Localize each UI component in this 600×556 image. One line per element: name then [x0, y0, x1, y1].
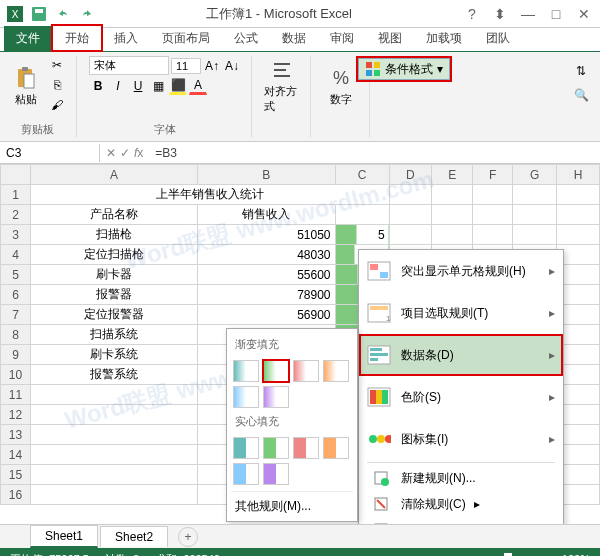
swatch-gradient-red[interactable] — [293, 360, 319, 382]
menu-clear-rules[interactable]: 清除规则(C) ▸ — [359, 491, 563, 517]
row-header[interactable]: 4 — [1, 245, 31, 265]
tab-home[interactable]: 开始 — [52, 25, 102, 51]
row-header[interactable]: 14 — [1, 445, 31, 465]
row-header[interactable]: 3 — [1, 225, 31, 245]
row-header[interactable]: 10 — [1, 365, 31, 385]
cell-value[interactable]: 55600 — [197, 265, 335, 285]
bold-button[interactable]: B — [89, 77, 107, 95]
excel-icon[interactable]: X — [4, 3, 26, 25]
name-box[interactable]: C3 — [0, 144, 100, 162]
menu-top-bottom[interactable]: 10 项目选取规则(T) ▸ — [359, 292, 563, 334]
tab-insert[interactable]: 插入 — [102, 26, 150, 51]
cut-icon[interactable]: ✂ — [48, 56, 66, 74]
tab-file[interactable]: 文件 — [4, 26, 52, 51]
increase-font-icon[interactable]: A↑ — [203, 57, 221, 75]
redo-icon[interactable] — [76, 3, 98, 25]
cell-name[interactable]: 报警器 — [31, 285, 198, 305]
cell[interactable] — [512, 205, 556, 225]
menu-highlight-cells[interactable]: 突出显示单元格规则(H) ▸ — [359, 250, 563, 292]
cell[interactable] — [473, 205, 513, 225]
title-cell[interactable]: 上半年销售收入统计 — [31, 185, 390, 205]
conditional-format-button[interactable]: 条件格式 ▾ — [358, 58, 450, 80]
cell-name[interactable]: 报警系统 — [31, 365, 198, 385]
row-header[interactable]: 16 — [1, 485, 31, 505]
header-cell[interactable]: 产品名称 — [31, 205, 198, 225]
swatch-solid-red[interactable] — [293, 437, 319, 459]
number-button[interactable]: % 数字 — [323, 56, 359, 116]
view-layout-icon[interactable]: ▤ — [408, 553, 418, 557]
cell[interactable] — [31, 465, 198, 485]
col-header-D[interactable]: D — [389, 165, 432, 185]
underline-button[interactable]: U — [129, 77, 147, 95]
tab-data[interactable]: 数据 — [270, 26, 318, 51]
cell-databar[interactable]: 5 — [335, 225, 389, 245]
cell[interactable] — [512, 185, 556, 205]
undo-icon[interactable] — [52, 3, 74, 25]
font-size-select[interactable]: 11 — [171, 58, 201, 74]
col-header-E[interactable]: E — [432, 165, 473, 185]
tab-addins[interactable]: 加载项 — [414, 26, 474, 51]
worksheet-grid[interactable]: ABCDEFGH1上半年销售收入统计2产品名称销售收入3扫描枪5105054定位… — [0, 164, 600, 524]
add-sheet-button[interactable]: + — [178, 527, 198, 547]
cell[interactable] — [432, 205, 473, 225]
cell[interactable] — [557, 205, 600, 225]
header-cell[interactable] — [335, 205, 389, 225]
alignment-button[interactable]: 对齐方式 — [264, 56, 300, 116]
row-header[interactable]: 12 — [1, 405, 31, 425]
cell[interactable] — [557, 225, 600, 245]
font-color-icon[interactable]: A — [189, 77, 207, 95]
cell-value[interactable]: 78900 — [197, 285, 335, 305]
swatch-solid-blue[interactable] — [233, 437, 259, 459]
cell[interactable] — [557, 185, 600, 205]
row-header[interactable]: 8 — [1, 325, 31, 345]
row-header[interactable]: 1 — [1, 185, 31, 205]
tab-view[interactable]: 视图 — [366, 26, 414, 51]
cell[interactable] — [473, 225, 513, 245]
cell-name[interactable]: 扫描系统 — [31, 325, 198, 345]
col-header-B[interactable]: B — [197, 165, 335, 185]
sheet-tab-2[interactable]: Sheet2 — [100, 526, 168, 547]
ribbon-options-icon[interactable]: ⬍ — [488, 4, 512, 24]
cell[interactable] — [31, 445, 198, 465]
row-header[interactable]: 2 — [1, 205, 31, 225]
cell-name[interactable]: 扫描枪 — [31, 225, 198, 245]
cell[interactable] — [432, 225, 473, 245]
copy-icon[interactable]: ⎘ — [48, 76, 66, 94]
swatch-gradient-purple[interactable] — [263, 386, 289, 408]
col-header-C[interactable]: C — [335, 165, 389, 185]
find-icon[interactable]: 🔍 — [572, 86, 590, 104]
corner-cell[interactable] — [1, 165, 31, 185]
menu-manage-rules[interactable]: 管理规则(R)... — [359, 517, 563, 524]
cell[interactable] — [31, 405, 198, 425]
row-header[interactable]: 11 — [1, 385, 31, 405]
cell[interactable] — [512, 225, 556, 245]
row-header[interactable]: 5 — [1, 265, 31, 285]
swatch-solid-purple[interactable] — [263, 463, 289, 485]
cell[interactable] — [31, 385, 198, 405]
row-header[interactable]: 15 — [1, 465, 31, 485]
swatch-gradient-orange[interactable] — [323, 360, 349, 382]
cell[interactable] — [432, 185, 473, 205]
decrease-font-icon[interactable]: A↓ — [223, 57, 241, 75]
minimize-icon[interactable]: — — [516, 4, 540, 24]
col-header-H[interactable]: H — [557, 165, 600, 185]
swatch-gradient-lightblue[interactable] — [233, 386, 259, 408]
fx-icon[interactable]: fx — [134, 146, 143, 160]
swatch-solid-green[interactable] — [263, 437, 289, 459]
cell[interactable] — [389, 205, 432, 225]
swatch-gradient-green[interactable] — [263, 360, 289, 382]
row-header[interactable]: 7 — [1, 305, 31, 325]
fill-color-icon[interactable]: ⬛ — [169, 77, 187, 95]
cell-name[interactable]: 定位扫描枪 — [31, 245, 198, 265]
cell-name[interactable]: 刷卡器 — [31, 265, 198, 285]
border-icon[interactable]: ▦ — [149, 77, 167, 95]
tab-formula[interactable]: 公式 — [222, 26, 270, 51]
cell-value[interactable]: 51050 — [197, 225, 335, 245]
cell[interactable] — [31, 485, 198, 505]
formula-bar[interactable]: =B3 — [149, 144, 600, 162]
header-cell[interactable]: 销售收入 — [197, 205, 335, 225]
menu-new-rule[interactable]: 新建规则(N)... — [359, 465, 563, 491]
cell-name[interactable]: 定位报警器 — [31, 305, 198, 325]
swatch-gradient-blue[interactable] — [233, 360, 259, 382]
tab-review[interactable]: 审阅 — [318, 26, 366, 51]
